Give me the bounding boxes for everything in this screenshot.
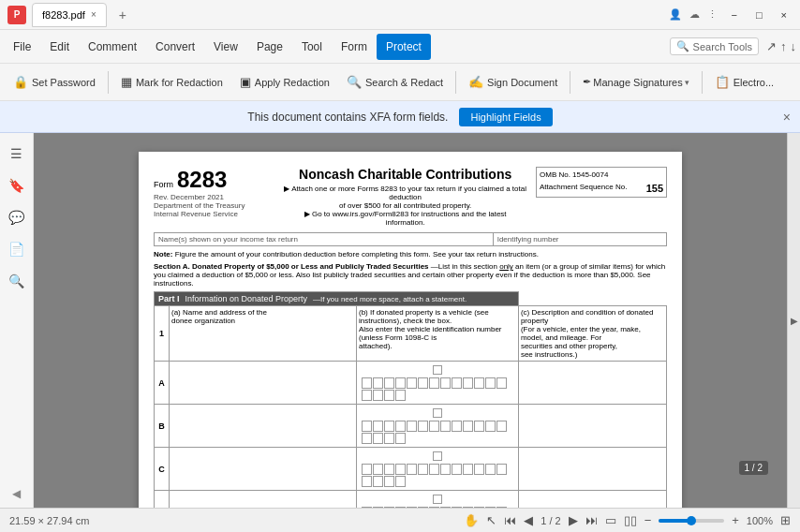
- fit-page-icon[interactable]: ⊞: [780, 513, 791, 527]
- row-a-col3: [518, 362, 666, 405]
- select-tool-icon[interactable]: ↖: [486, 513, 496, 527]
- next-page-icon[interactable]: ▶: [569, 513, 578, 527]
- sidebar-item-bookmarks[interactable]: 🔖: [4, 172, 30, 199]
- vin-cell: [440, 464, 451, 475]
- checkbox-d[interactable]: [433, 495, 442, 504]
- cloud-icon[interactable]: ☁: [689, 8, 700, 21]
- electro-button[interactable]: 📋 Electro...: [707, 68, 781, 96]
- sign-document-button[interactable]: ✍ Sign Document: [461, 68, 565, 96]
- main-content: ☰ 🔖 💬 📄 🔍 ◀ Form 8283 Rev. December 2021…: [0, 133, 800, 508]
- sidebar-item-search[interactable]: 🔍: [4, 268, 30, 294]
- vin-cell: [452, 421, 462, 432]
- vin-cell: [474, 464, 484, 475]
- menu-page[interactable]: Page: [247, 34, 292, 60]
- first-page-icon[interactable]: ⏮: [504, 513, 516, 527]
- tab-close-icon[interactable]: ×: [91, 9, 96, 20]
- vin-cells-d: [360, 506, 515, 508]
- document-area: Form 8283 Rev. December 2021 Department …: [34, 133, 787, 508]
- row-d-col2: [357, 491, 519, 509]
- apply-redaction-button[interactable]: ▣ Apply Redaction: [232, 68, 337, 96]
- tab-title: f8283.pdf: [42, 9, 85, 21]
- dual-page-icon[interactable]: ▯▯: [624, 513, 637, 527]
- vin-cell: [384, 390, 394, 401]
- vin-cell: [496, 507, 507, 508]
- vin-cell: [362, 433, 372, 444]
- menu-edit[interactable]: Edit: [40, 34, 79, 60]
- status-bar: 21.59 × 27.94 cm ✋ ↖ ⏮ ◀ 1 / 2 ▶ ⏭ ▭ ▯▯ …: [0, 508, 800, 532]
- vin-cell: [384, 464, 394, 475]
- vin-cell: [474, 421, 484, 432]
- status-bar-right: ✋ ↖ ⏮ ◀ 1 / 2 ▶ ⏭ ▭ ▯▯ − + 100% ⊞: [464, 513, 791, 527]
- maximize-button[interactable]: □: [750, 7, 768, 22]
- search-icon: 🔍: [676, 40, 689, 52]
- title-bar-right: 👤 ☁ ⋮ − □ ×: [669, 7, 793, 22]
- form-rev-date: Rev. December 2021: [154, 193, 274, 201]
- vin-cell: [463, 507, 473, 508]
- search-tools-input[interactable]: 🔍 Search Tools: [670, 37, 759, 55]
- vin-cell: [474, 377, 484, 389]
- sidebar-item-comments[interactable]: 💬: [4, 204, 30, 230]
- set-password-button[interactable]: 🔒 Set Password: [6, 68, 103, 96]
- zoom-out-icon[interactable]: −: [644, 513, 652, 527]
- vin-cell: [373, 390, 383, 401]
- search-redact-button[interactable]: 🔍 Search & Redact: [339, 68, 451, 96]
- menu-form[interactable]: Form: [332, 34, 377, 60]
- form-title-center: Noncash Charitable Contributions ▶ Attac…: [284, 167, 526, 227]
- sidebar-item-layers[interactable]: 📄: [4, 236, 30, 262]
- mark-redaction-icon: ▦: [121, 75, 132, 89]
- checkbox-b[interactable]: [433, 408, 442, 418]
- menu-convert[interactable]: Convert: [146, 34, 204, 60]
- zoom-slider-thumb[interactable]: [687, 516, 696, 525]
- zoom-slider[interactable]: [659, 519, 724, 523]
- pan-tool-icon[interactable]: ✋: [464, 513, 479, 527]
- menu-tool[interactable]: Tool: [292, 34, 332, 60]
- mark-redaction-button[interactable]: ▦ Mark for Redaction: [113, 68, 230, 96]
- vin-cell: [373, 464, 383, 475]
- back-nav-icon[interactable]: ↗: [766, 39, 777, 53]
- menu-view[interactable]: View: [204, 34, 247, 60]
- checkbox-a[interactable]: [433, 365, 442, 375]
- form-title-row: Form 8283: [154, 167, 274, 193]
- right-sidebar-toggle[interactable]: ▶: [787, 133, 800, 508]
- notification-close-icon[interactable]: ×: [783, 110, 791, 125]
- zoom-in-icon[interactable]: +: [732, 513, 739, 527]
- checkbox-c[interactable]: [433, 451, 442, 461]
- vin-cell: [384, 476, 394, 487]
- section-a-bold: Section A. Donated Property of $5,000 or…: [154, 262, 429, 271]
- vin-cell: [362, 377, 372, 389]
- name-label: Name(s) shown on your income tax return: [158, 235, 489, 244]
- form-subtitle2: of over $500 for all contributed propert…: [284, 201, 526, 210]
- single-page-icon[interactable]: ▭: [605, 513, 616, 527]
- row-label-d: D: [155, 491, 170, 509]
- sidebar-item-pages[interactable]: ☰: [4, 140, 30, 167]
- menu-file[interactable]: File: [4, 34, 40, 60]
- highlight-fields-button[interactable]: Highlight Fields: [459, 108, 552, 126]
- title-bar-left: P f8283.pdf × +: [7, 3, 669, 27]
- menu-comment[interactable]: Comment: [79, 34, 146, 60]
- last-page-icon[interactable]: ⏭: [585, 513, 598, 527]
- document-dimensions: 21.59 × 27.94 cm: [9, 515, 89, 526]
- more-options-icon[interactable]: ⋮: [707, 8, 718, 21]
- protect-toolbar: 🔒 Set Password ▦ Mark for Redaction ▣ Ap…: [0, 64, 800, 101]
- col-c-header: (c) Description and condition of donated…: [518, 306, 666, 362]
- prev-page-icon[interactable]: ◀: [524, 513, 533, 527]
- forward-nav-icon[interactable]: ↑: [780, 39, 787, 53]
- vin-cell: [407, 507, 417, 508]
- profile-icon[interactable]: 👤: [669, 8, 682, 21]
- vin-cell: [395, 464, 406, 475]
- sidebar-collapse-icon[interactable]: ◀: [12, 487, 21, 500]
- row-b-col3: [518, 405, 666, 448]
- name-id-row: Name(s) shown on your income tax return …: [154, 232, 667, 246]
- new-tab-button[interactable]: +: [112, 5, 133, 25]
- electro-label: Electro...: [733, 77, 774, 88]
- vin-cell: [485, 421, 496, 432]
- file-tab[interactable]: f8283.pdf ×: [32, 3, 107, 27]
- close-button[interactable]: ×: [776, 7, 793, 22]
- manage-signatures-button[interactable]: ✒ Manage Signatures ▾: [575, 68, 696, 96]
- row-c-col2: [357, 448, 519, 491]
- menu-protect[interactable]: Protect: [377, 34, 431, 60]
- vin-cell: [384, 507, 394, 508]
- form-omb: OMB No. 1545-0074: [540, 170, 663, 179]
- minimize-button[interactable]: −: [725, 7, 742, 22]
- download-icon[interactable]: ↓: [791, 39, 797, 53]
